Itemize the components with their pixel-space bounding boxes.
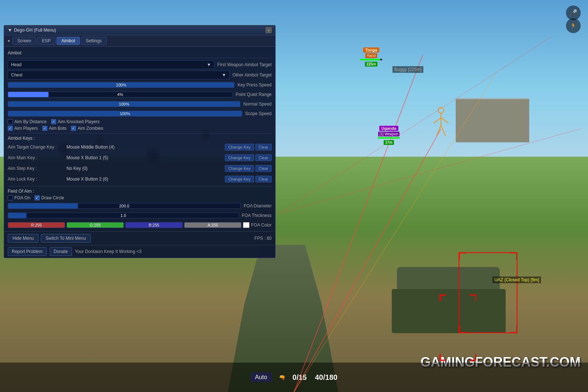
donation-message: Your Dontaion Keep It Working <3 xyxy=(75,249,141,254)
key-row-aim-lock: Aim Lock Key : Mouse X Button 2 (6) Chan… xyxy=(8,174,272,184)
health-bar-tonga xyxy=(360,59,382,60)
divider1 xyxy=(8,58,272,58)
first-weapon-dropdown[interactable]: Head ▼ xyxy=(8,60,214,69)
esp-vehicle-buggy: Buggy [225m] xyxy=(392,67,423,72)
foa-color-label: FOA Color xyxy=(251,222,272,228)
key-value-aim-lock: Mouse X Button 2 (6) xyxy=(67,177,225,182)
checkbox-box-bots[interactable] xyxy=(42,126,47,131)
other-aimbot-row: Chest ▼ Other Aimbot Target xyxy=(8,71,272,79)
key-label-aim-main: Aim Main Key : xyxy=(8,155,67,160)
key-row-aim-target: Aim Target Change Key : Mouse Middle But… xyxy=(8,142,272,152)
uaz-label-text: UAZ (Closed Top) [9m] xyxy=(492,277,541,283)
slider-label-foa-t: FOA Thickness xyxy=(242,213,272,218)
donate-button[interactable]: Donate xyxy=(50,247,72,256)
slider-track-pqr[interactable]: 4% xyxy=(8,92,233,97)
run-icon[interactable]: 🏃 xyxy=(566,18,581,33)
divider3 xyxy=(8,186,272,186)
key-label-aim-lock: Aim Lock Key : xyxy=(8,177,67,182)
tab-esp[interactable]: ESP xyxy=(37,37,55,45)
close-button[interactable]: × xyxy=(266,27,272,33)
checkbox-box-aim-distance[interactable] xyxy=(8,119,13,124)
tab-aimbot[interactable]: Aimbot xyxy=(57,37,80,45)
panel-titlebar: ▼ Dego-GH (Full Menu) × xyxy=(4,25,275,35)
foa-top-row: FOA On Draw Circle xyxy=(8,195,272,200)
slider-key-press-speed: 100% Key Press Speed xyxy=(8,81,272,89)
checkbox-foa-on[interactable]: FOA On xyxy=(8,195,30,200)
change-key-btn-aim-main[interactable]: Change Key xyxy=(225,154,254,161)
foa-section-title: Field Of Aim : xyxy=(8,189,272,194)
fps-display: FPS : 60 xyxy=(254,236,272,241)
color-value-g: G:255 xyxy=(67,223,123,227)
checkbox-aim-players[interactable]: Aim Players xyxy=(8,126,38,131)
esp-player-uganda: Uganda [1] Weapon 17m xyxy=(378,125,400,145)
key-row-aim-main: Aim Main Key : Mouse X Button 1 (5) Chan… xyxy=(8,153,272,163)
clear-key-btn-aim-step[interactable]: Clear xyxy=(255,165,272,172)
dropdown-arrow2: ▼ xyxy=(222,72,226,78)
tab-screen[interactable]: Screen xyxy=(12,37,36,45)
color-slider-b[interactable]: B:255 xyxy=(125,222,183,228)
health-fill-tonga xyxy=(360,59,380,60)
health-bar-container xyxy=(378,137,400,139)
checkbox-box-foa[interactable] xyxy=(8,195,13,200)
checkbox-aim-bots[interactable]: Aim Bots xyxy=(42,126,67,131)
color-slider-g[interactable]: G:255 xyxy=(67,222,124,228)
player-sub-badge-tonga: Hand xyxy=(365,53,377,58)
mic-icon[interactable]: 🎤 xyxy=(566,6,581,20)
slider-label-pqr: Point Quiet Range xyxy=(236,92,272,97)
slider-value-kps: 100% xyxy=(8,83,234,87)
checkbox-box-players[interactable] xyxy=(8,126,13,131)
checkbox-aim-distance[interactable]: Aim By Distance xyxy=(8,119,47,124)
tab-settings[interactable]: Settings xyxy=(81,37,106,45)
tabs-arrow: ▼ xyxy=(6,38,11,44)
hide-menu-button[interactable]: Hide Menu xyxy=(8,234,39,243)
other-weapon-dropdown[interactable]: Chest ▼ xyxy=(8,71,230,79)
checkbox-box-aim-knocked[interactable] xyxy=(51,119,56,124)
change-key-btn-aim-target[interactable]: Change Key xyxy=(225,144,254,150)
ammo-total: 180 xyxy=(325,373,337,381)
checkbox-aim-knocked[interactable]: Aim Knocked Players xyxy=(51,119,100,124)
slider-track-ss[interactable]: 100% xyxy=(8,111,242,117)
switch-to-mini-button[interactable]: Switch To Mini Menu xyxy=(41,234,91,243)
player-dist-badge: 17m xyxy=(384,140,394,145)
slider-track-kps[interactable]: 100% xyxy=(8,82,234,88)
dropdown-arrow: ▼ xyxy=(207,62,211,67)
change-key-btn-aim-step[interactable]: Change Key xyxy=(225,165,254,172)
report-problem-button[interactable]: Report Problem xyxy=(8,247,47,256)
slider-label-kps: Key Press Speed xyxy=(237,82,272,88)
checkbox-label-foa: FOA On xyxy=(14,195,30,200)
slider-value-ns: 100% xyxy=(8,102,240,106)
esp-vehicle-uaz: UAZ (Closed Top) [9m] xyxy=(492,277,541,282)
slider-value-pqr: 4% xyxy=(8,92,232,97)
checkbox-aim-zombies[interactable]: Aim Zombies xyxy=(71,126,103,131)
slider-label-ss: Scope Speed xyxy=(245,111,272,116)
esp-corner-tl xyxy=(459,252,466,260)
slider-track-foa-d[interactable]: 200.0 xyxy=(8,203,241,209)
checkbox-label-draw-circle: Draw Circle xyxy=(41,195,64,200)
slider-value-foa-d: 200.0 xyxy=(8,204,240,208)
color-value-b: B:255 xyxy=(126,223,182,227)
clear-key-btn-aim-lock[interactable]: Clear xyxy=(255,176,272,182)
color-slider-r[interactable]: R:255 xyxy=(8,222,65,228)
checkbox-box-draw-circle[interactable] xyxy=(35,195,40,200)
ammo-spare-total: 15 xyxy=(298,373,306,381)
change-key-btn-aim-lock[interactable]: Change Key xyxy=(225,176,254,182)
checkbox-label-zombies: Aim Zombies xyxy=(78,126,103,131)
slider-normal-speed: 100% Normal Speed xyxy=(8,100,272,108)
color-slider-a[interactable]: A:255 xyxy=(184,222,241,228)
slider-track-foa-t[interactable]: 1.0 xyxy=(8,213,239,218)
slider-value-ss: 100% xyxy=(8,111,242,116)
clear-key-btn-aim-target[interactable]: Clear xyxy=(255,144,272,150)
slider-track-ns[interactable]: 100% xyxy=(8,101,240,107)
aimbot-section-title: Aimbot xyxy=(8,50,272,56)
first-weapon-row: Head ▼ First Weapon Aimbot Target xyxy=(8,60,272,69)
checkbox-row2: Aim Players Aim Bots Aim Zombies xyxy=(8,126,272,131)
checkbox-draw-circle[interactable]: Draw Circle xyxy=(35,195,64,200)
player-name-badge-tonga: Tonga xyxy=(363,47,379,53)
clear-key-btn-aim-main[interactable]: Clear xyxy=(255,154,272,161)
checkbox-box-zombies[interactable] xyxy=(71,126,76,131)
color-value-a: A:255 xyxy=(184,223,241,227)
key-value-aim-step: No Key (0) xyxy=(67,166,225,171)
color-row: R:255 G:255 B:255 A:255 FOA Color xyxy=(8,221,272,229)
esp-corner-br xyxy=(510,326,517,333)
checkbox-label-bots: Aim Bots xyxy=(49,126,67,131)
